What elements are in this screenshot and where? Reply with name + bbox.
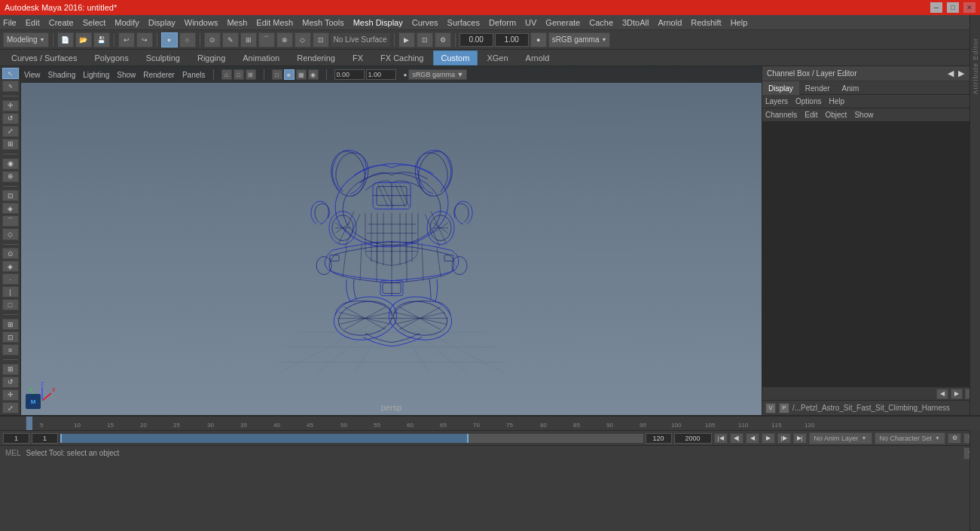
channels-item[interactable]: Channels [765, 111, 797, 119]
texture-button[interactable]: ▦ [296, 69, 307, 80]
tab-rendering[interactable]: Rendering [289, 50, 343, 66]
menu-arnold[interactable]: Arnold [658, 18, 682, 27]
go-start-button[interactable]: |◀ [714, 433, 728, 444]
tab-xgen[interactable]: XGen [478, 50, 516, 66]
show-manipulator-button[interactable]: ⊕ [2, 171, 19, 182]
save-file-button[interactable]: 💾 [93, 32, 110, 47]
maximize-button[interactable]: □ [947, 2, 959, 13]
tab-custom[interactable]: Custom [433, 50, 478, 66]
step-forward-button[interactable]: |▶ [777, 433, 791, 444]
snap-to-surface-button[interactable]: ◇ [2, 228, 19, 240]
menu-generate[interactable]: Generate [545, 18, 580, 27]
viewport-menu-show[interactable]: Show [117, 71, 136, 79]
menu-file[interactable]: File [3, 18, 17, 27]
options-menu[interactable]: Options [795, 97, 821, 105]
viewport-menu-lighting[interactable]: Lighting [83, 71, 109, 79]
tab-curves-surfaces[interactable]: Curves / Surfaces [3, 50, 85, 66]
step-back-button[interactable]: ◀| [730, 433, 743, 444]
range-start-input[interactable] [32, 433, 58, 444]
vertex-button[interactable]: · [2, 273, 19, 285]
color-space-button[interactable]: ● [530, 32, 547, 47]
tab-sculpting[interactable]: Sculpting [138, 50, 188, 66]
window-controls[interactable]: ─ □ ✕ [930, 2, 975, 13]
menu-select[interactable]: Select [83, 18, 106, 27]
wireframe-button[interactable]: □ [272, 69, 282, 80]
menu-cache[interactable]: Cache [589, 18, 613, 27]
render-tab[interactable]: Render [799, 81, 836, 95]
render-settings-button[interactable]: ⚙ [435, 32, 451, 47]
minimize-button[interactable]: ─ [930, 2, 942, 13]
select-mode-button[interactable]: ● [161, 32, 178, 47]
face-button[interactable]: □ [2, 299, 19, 310]
anim-prefs-button[interactable]: ⚙ [948, 433, 961, 444]
edge-button[interactable]: | [2, 286, 19, 298]
workspace-dropdown[interactable]: Modeling ▼ [3, 32, 49, 47]
soft-modification-button[interactable]: ◉ [2, 158, 19, 169]
no-char-set-dropdown[interactable]: No Character Set ▼ [875, 432, 945, 444]
menu-windows[interactable]: Windows [185, 18, 218, 27]
paint-select-button[interactable]: ✎ [222, 32, 239, 47]
shaded-button[interactable]: ■ [284, 69, 295, 80]
new-file-button[interactable]: 📄 [57, 32, 74, 47]
menu-edit[interactable]: Edit [26, 18, 40, 27]
range-handle-left[interactable] [60, 434, 62, 443]
menu-uv[interactable]: UV [525, 18, 536, 27]
menu-modify[interactable]: Modify [114, 18, 139, 27]
menu-curves[interactable]: Curves [412, 18, 438, 27]
tab-polygons[interactable]: Polygons [86, 50, 136, 66]
render-button[interactable]: ▶ [398, 32, 415, 47]
soft-select-button[interactable]: ○ [179, 32, 196, 47]
show-item[interactable]: Show [854, 111, 873, 119]
viewport-value2-input[interactable] [366, 69, 396, 80]
menu-deform[interactable]: Deform [489, 18, 516, 27]
viewport-menu-panels[interactable]: Panels [182, 71, 206, 79]
redo-button[interactable]: ↪ [136, 32, 153, 47]
menu-display[interactable]: Display [148, 18, 176, 27]
anim-end-input[interactable] [674, 433, 712, 444]
play-forward-button[interactable]: ▶ [762, 433, 775, 444]
dolly-button[interactable]: ⤢ [2, 402, 19, 414]
snap-to-curve-button[interactable]: ⌒ [2, 215, 19, 227]
tab-fx[interactable]: FX [344, 50, 371, 66]
menu-edit-mesh[interactable]: Edit Mesh [256, 18, 293, 27]
quick-layout-button[interactable]: ⊞ [2, 319, 19, 330]
layer-p-button[interactable]: P [779, 403, 789, 414]
camera-value2[interactable] [495, 33, 529, 47]
menu-create[interactable]: Create [49, 18, 74, 27]
menu-help[interactable]: Help [731, 18, 748, 27]
play-back-button[interactable]: ◀ [746, 433, 759, 444]
home-camera-button[interactable]: ⌂ [221, 69, 232, 80]
tumble-button[interactable]: ↺ [2, 377, 19, 388]
viewport-canvas[interactable]: .wire { stroke: #1a2080; stroke-width: 0… [21, 83, 762, 415]
go-end-button[interactable]: ▶| [793, 433, 807, 444]
pan-button[interactable]: ✛ [2, 389, 19, 401]
panel-arrow-right[interactable]: ▶ [958, 69, 964, 78]
range-handle-right[interactable] [467, 434, 469, 443]
color-space-dropdown[interactable]: sRGB gamma ▼ [548, 32, 611, 47]
select-camera-button[interactable]: □ [234, 69, 244, 80]
undo-button[interactable]: ↩ [118, 32, 135, 47]
ipr-button[interactable]: ⊡ [417, 32, 433, 47]
tab-rigging[interactable]: Rigging [189, 50, 234, 66]
menu-surfaces[interactable]: Surfaces [447, 18, 480, 27]
viewport-menu-renderer[interactable]: Renderer [143, 71, 175, 79]
menu-redshift[interactable]: Redshift [691, 18, 721, 27]
snap-curve-button[interactable]: ⌒ [258, 32, 275, 47]
menu-mesh[interactable]: Mesh [227, 18, 247, 27]
no-anim-layer-dropdown[interactable]: No Anim Layer ▼ [809, 432, 872, 444]
snap-surface-button[interactable]: ◇ [295, 32, 311, 47]
snap-to-point-button[interactable]: ◈ [2, 203, 19, 214]
universal-manipulator-button[interactable]: ⊞ [2, 139, 19, 150]
quick-layout2-button[interactable]: ⊡ [2, 331, 19, 343]
object-mode-button[interactable]: ⊙ [2, 248, 19, 259]
viewport-value1-input[interactable] [334, 69, 365, 80]
edit-item[interactable]: Edit [804, 111, 817, 119]
display-tab[interactable]: Display [762, 81, 799, 95]
light-button[interactable]: ◉ [308, 69, 319, 80]
lasso-select-button[interactable]: ⊙ [204, 32, 221, 47]
grid-button[interactable]: ⊞ [246, 69, 256, 80]
rotate-tool-button[interactable]: ↺ [2, 113, 19, 124]
tab-fx-caching[interactable]: FX Caching [372, 50, 432, 66]
select-tool-button[interactable]: ↖ [2, 68, 19, 79]
help-menu[interactable]: Help [829, 97, 844, 105]
